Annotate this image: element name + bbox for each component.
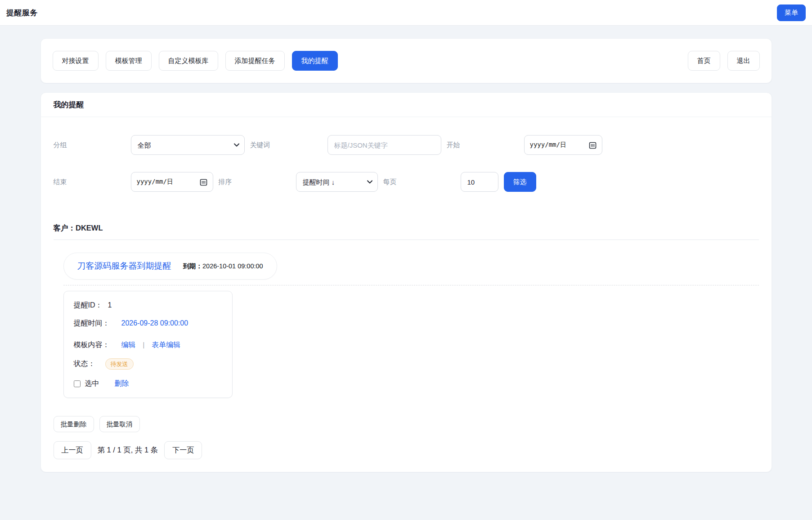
pagination-info: 第 1 / 1 页, 共 1 条 — [98, 445, 158, 455]
start-date-placeholder: yyyy/mm/日 — [530, 141, 566, 149]
select-checkbox-label[interactable]: 选中 — [74, 378, 99, 389]
start-date-input[interactable]: yyyy/mm/日 — [524, 135, 602, 155]
customer-title: 客户：DKEWL — [54, 223, 759, 233]
select-row: 选中 删除 — [74, 378, 222, 389]
reminder-id-label: 提醒ID： — [74, 299, 103, 311]
calendar-icon[interactable] — [589, 141, 597, 149]
per-page-label: 每页 — [383, 178, 461, 186]
sort-select[interactable]: 提醒时间 ↓ — [296, 172, 378, 192]
template-content-label: 模板内容： — [74, 339, 110, 351]
reminder-group: 刀客源码服务器到期提醒 到期：2026-10-01 09:00:00 提醒ID：… — [63, 253, 759, 398]
expire-info: 到期：2026-10-01 09:00:00 — [183, 262, 263, 271]
keyword-input[interactable] — [327, 135, 441, 155]
calendar-icon[interactable] — [200, 178, 207, 186]
expire-time: 2026-10-01 09:00:00 — [202, 262, 263, 270]
nav-tab-template-manage[interactable]: 模板管理 — [106, 51, 152, 71]
group-field: 分组 全部 — [54, 135, 245, 155]
customer-divider — [54, 240, 759, 240]
nav-tab-my-reminders[interactable]: 我的提醒 — [292, 51, 338, 71]
end-date-field: 结束 yyyy/mm/日 — [54, 172, 213, 192]
page-content: 对接设置 模板管理 自定义模板库 添加提醒任务 我的提醒 首页 退出 我的提醒 … — [40, 38, 772, 472]
batch-delete-button[interactable]: 批量删除 — [54, 416, 94, 432]
panel-title: 我的提醒 — [41, 93, 772, 117]
panel-body: 分组 全部 关键词 开始 — [41, 117, 772, 472]
expire-label: 到期： — [183, 262, 203, 270]
link-separator: | — [143, 339, 145, 351]
filter-row-2: 结束 yyyy/mm/日 排序 提醒时间 ↓ — [54, 172, 759, 192]
menu-button[interactable]: 菜单 — [777, 5, 806, 21]
status-row: 状态： 待发送 — [74, 358, 222, 370]
select-checkbox[interactable] — [74, 380, 81, 387]
keyword-label: 关键词 — [250, 141, 327, 149]
nav-card: 对接设置 模板管理 自定义模板库 添加提醒任务 我的提醒 首页 退出 — [40, 38, 772, 83]
edit-link[interactable]: 编辑 — [121, 339, 136, 351]
dashed-divider — [63, 285, 759, 285]
end-date-label: 结束 — [54, 178, 131, 186]
home-button[interactable]: 首页 — [688, 51, 720, 71]
reminder-id-value: 1 — [108, 299, 112, 311]
my-reminders-panel: 我的提醒 分组 全部 关键词 — [40, 92, 772, 472]
topbar: 提醒服务 菜单 — [0, 0, 812, 26]
keyword-field: 关键词 — [250, 135, 441, 155]
logout-button[interactable]: 退出 — [727, 51, 760, 71]
reminder-time-label: 提醒时间： — [74, 317, 110, 329]
reminder-time-row: 提醒时间： 2026-09-28 09:00:00 — [74, 317, 222, 329]
nav-tab-connect-settings[interactable]: 对接设置 — [53, 51, 99, 71]
sort-label: 排序 — [219, 178, 296, 186]
reminder-title-link[interactable]: 刀客源码服务器到期提醒 — [77, 260, 171, 272]
pagination: 上一页 第 1 / 1 页, 共 1 条 下一页 — [54, 441, 759, 459]
template-content-row: 模板内容： 编辑 | 表单编辑 — [74, 339, 222, 351]
batch-cancel-button[interactable]: 批量取消 — [99, 416, 140, 432]
status-badge: 待发送 — [105, 358, 134, 370]
prev-page-button[interactable]: 上一页 — [54, 441, 91, 459]
nav-tab-custom-template-lib[interactable]: 自定义模板库 — [159, 51, 218, 71]
group-select[interactable]: 全部 — [131, 135, 245, 155]
group-label: 分组 — [54, 141, 131, 149]
reminder-card: 提醒ID： 1 提醒时间： 2026-09-28 09:00:00 模板内容： … — [63, 291, 233, 398]
start-date-field: 开始 yyyy/mm/日 — [447, 135, 602, 155]
form-edit-link[interactable]: 表单编辑 — [152, 339, 180, 351]
customer-name: DKEWL — [76, 224, 103, 232]
nav-tab-add-reminder-task[interactable]: 添加提醒任务 — [225, 51, 285, 71]
end-date-placeholder: yyyy/mm/日 — [137, 178, 173, 186]
filter-row-1: 分组 全部 关键词 开始 — [54, 135, 759, 155]
per-page-input[interactable] — [461, 172, 498, 192]
app-title: 提醒服务 — [6, 8, 38, 18]
sort-field: 排序 提醒时间 ↓ — [219, 172, 378, 192]
delete-link[interactable]: 删除 — [115, 378, 129, 389]
next-page-button[interactable]: 下一页 — [164, 441, 202, 459]
start-date-label: 开始 — [447, 141, 524, 149]
per-page-field: 每页 — [383, 172, 498, 192]
group-select-wrap: 全部 — [131, 135, 245, 155]
customer-section: 客户：DKEWL — [54, 223, 759, 240]
nav-tabs: 对接设置 模板管理 自定义模板库 添加提醒任务 我的提醒 — [53, 51, 338, 71]
reminder-pill: 刀客源码服务器到期提醒 到期：2026-10-01 09:00:00 — [63, 253, 277, 280]
reminder-id-row: 提醒ID： 1 — [74, 299, 222, 311]
filter-button[interactable]: 筛选 — [504, 172, 536, 192]
nav-actions: 首页 退出 — [688, 51, 760, 71]
select-label-text: 选中 — [85, 378, 99, 389]
end-date-input[interactable]: yyyy/mm/日 — [131, 172, 213, 192]
customer-label: 客户： — [54, 224, 76, 232]
sort-select-wrap: 提醒时间 ↓ — [296, 172, 378, 192]
status-label: 状态： — [74, 358, 95, 370]
batch-actions: 批量删除 批量取消 — [54, 416, 759, 432]
reminder-time-link[interactable]: 2026-09-28 09:00:00 — [121, 317, 188, 329]
